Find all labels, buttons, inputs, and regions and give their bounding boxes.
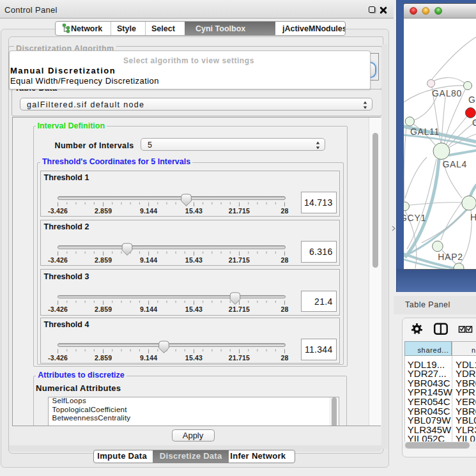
- svg-text:C: C: [472, 118, 476, 128]
- svg-text:HAP2: HAP2: [438, 252, 463, 262]
- svg-text:GAL4: GAL4: [442, 159, 467, 169]
- svg-text:GCY1: GCY1: [404, 213, 426, 223]
- svg-text:GAL80: GAL80: [432, 88, 462, 98]
- svg-text:GAL11: GAL11: [410, 127, 440, 137]
- svg-text:H: H: [470, 212, 476, 222]
- svg-text:G.: G.: [468, 95, 476, 105]
